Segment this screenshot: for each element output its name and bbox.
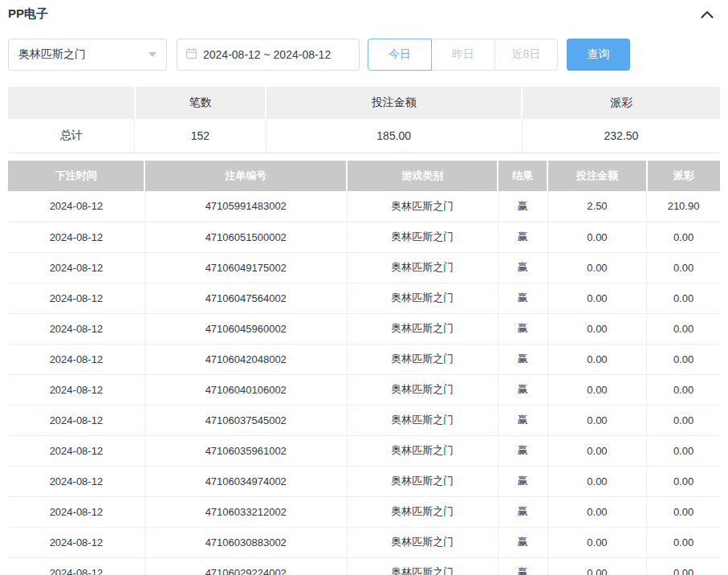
- cell-payout: 0.00: [647, 527, 720, 557]
- cell-bet-id: 47106030883002: [144, 527, 347, 557]
- game-select-value: 奥林匹斯之门: [18, 47, 148, 62]
- cell-payout: 0.00: [647, 283, 720, 313]
- cell-bet-time: 2024-08-12: [8, 191, 144, 222]
- cell-game-type: 奥林匹斯之门: [347, 313, 498, 344]
- date-range-picker[interactable]: 2024-08-12 ~ 2024-08-12: [177, 39, 360, 71]
- today-button[interactable]: 今日: [368, 39, 432, 71]
- table-row: 2024-08-12 47106035961002 奥林匹斯之门 赢 0.00 …: [8, 435, 720, 466]
- cell-bet-id: 47106045960002: [144, 313, 347, 344]
- cell-bet-amount: 0.00: [547, 557, 646, 575]
- table-row: 2024-08-12 47105991483002 奥林匹斯之门 赢 2.50 …: [8, 191, 720, 222]
- cell-bet-id: 47106029224002: [144, 557, 347, 575]
- chevron-down-icon: [148, 52, 157, 57]
- header-bet-amount: 投注金额: [547, 161, 646, 191]
- cell-payout: 0.00: [647, 466, 720, 496]
- cell-bet-id: 47106047564002: [144, 283, 347, 313]
- cell-bet-time: 2024-08-12: [8, 435, 144, 466]
- date-range-value: 2024-08-12 ~ 2024-08-12: [203, 48, 331, 61]
- table-row: 2024-08-12 47106029224002 奥林匹斯之门 赢 0.00 …: [8, 557, 720, 575]
- cell-bet-time: 2024-08-12: [8, 222, 144, 252]
- summary-table: 笔数 投注金额 派彩 总计 152 185.00 232.50: [8, 87, 720, 153]
- summary-header-row: 笔数 投注金额 派彩: [8, 87, 720, 119]
- cell-bet-time: 2024-08-12: [8, 405, 144, 435]
- summary-header-count: 笔数: [135, 87, 266, 119]
- cell-game-type: 奥林匹斯之门: [347, 435, 498, 466]
- cell-bet-id: 47105991483002: [144, 191, 347, 222]
- cell-bet-amount: 0.00: [547, 496, 646, 527]
- table-row: 2024-08-12 47106051500002 奥林匹斯之门 赢 0.00 …: [8, 222, 720, 252]
- collapse-panel-button[interactable]: [697, 5, 717, 24]
- cell-bet-id: 47106034974002: [144, 466, 347, 496]
- cell-payout: 0.00: [647, 222, 720, 252]
- cell-bet-time: 2024-08-12: [8, 344, 144, 374]
- filter-bar: 奥林匹斯之门 2024-08-12 ~ 2024-08-12 今日 昨日 近8日…: [8, 39, 630, 71]
- summary-total-payout: 232.50: [522, 119, 720, 153]
- bet-records-table: 下注时间 注单编号 游戏类别 结果 投注金额 派彩 2024-08-12 471…: [8, 161, 720, 575]
- summary-header-payout: 派彩: [522, 87, 720, 119]
- cell-result: 赢: [498, 496, 547, 527]
- cell-bet-amount: 0.00: [547, 435, 646, 466]
- pp-electronic-panel: PP电子 奥林匹斯之门 2024-08-12 ~ 2024-08-12: [0, 0, 728, 575]
- cell-game-type: 奥林匹斯之门: [347, 405, 498, 435]
- quick-date-button-group: 今日 昨日 近8日: [368, 39, 558, 71]
- chevron-up-icon: [701, 9, 714, 21]
- cell-payout: 0.00: [647, 557, 720, 575]
- cell-bet-time: 2024-08-12: [8, 283, 144, 313]
- cell-payout: 0.00: [647, 374, 720, 405]
- cell-bet-id: 47106033212002: [144, 496, 347, 527]
- cell-result: 赢: [498, 374, 547, 405]
- search-button[interactable]: 查询: [567, 39, 630, 71]
- cell-game-type: 奥林匹斯之门: [347, 191, 498, 222]
- cell-bet-amount: 0.00: [547, 527, 646, 557]
- cell-game-type: 奥林匹斯之门: [347, 252, 498, 283]
- cell-result: 赢: [498, 283, 547, 313]
- cell-bet-time: 2024-08-12: [8, 374, 144, 405]
- summary-header-bet-amount: 投注金额: [266, 87, 522, 119]
- summary-total-row: 总计 152 185.00 232.50: [8, 119, 720, 153]
- cell-payout: 0.00: [647, 313, 720, 344]
- cell-bet-time: 2024-08-12: [8, 252, 144, 283]
- cell-payout: 0.00: [647, 435, 720, 466]
- cell-result: 赢: [498, 557, 547, 575]
- cell-game-type: 奥林匹斯之门: [347, 374, 498, 405]
- cell-game-type: 奥林匹斯之门: [347, 496, 498, 527]
- cell-bet-id: 47106037545002: [144, 405, 347, 435]
- cell-bet-id: 47106051500002: [144, 222, 347, 252]
- cell-bet-amount: 0.00: [547, 374, 646, 405]
- header-bet-time: 下注时间: [8, 161, 144, 191]
- cell-bet-time: 2024-08-12: [8, 313, 144, 344]
- table-row: 2024-08-12 47106045960002 奥林匹斯之门 赢 0.00 …: [8, 313, 720, 344]
- header-payout: 派彩: [647, 161, 720, 191]
- cell-game-type: 奥林匹斯之门: [347, 527, 498, 557]
- cell-bet-time: 2024-08-12: [8, 496, 144, 527]
- table-row: 2024-08-12 47106040106002 奥林匹斯之门 赢 0.00 …: [8, 374, 720, 405]
- cell-game-type: 奥林匹斯之门: [347, 557, 498, 575]
- cell-bet-id: 47106040106002: [144, 374, 347, 405]
- cell-payout: 0.00: [647, 252, 720, 283]
- cell-payout: 0.00: [647, 405, 720, 435]
- cell-result: 赢: [498, 252, 547, 283]
- table-row: 2024-08-12 47106033212002 奥林匹斯之门 赢 0.00 …: [8, 496, 720, 527]
- cell-payout: 210.90: [647, 191, 720, 222]
- cell-bet-amount: 0.00: [547, 252, 646, 283]
- cell-bet-id: 47106035961002: [144, 435, 347, 466]
- header-game-type: 游戏类别: [347, 161, 498, 191]
- game-select[interactable]: 奥林匹斯之门: [8, 39, 167, 71]
- summary-header-empty: [8, 87, 135, 119]
- table-row: 2024-08-12 47106047564002 奥林匹斯之门 赢 0.00 …: [8, 283, 720, 313]
- table-row: 2024-08-12 47106034974002 奥林匹斯之门 赢 0.00 …: [8, 466, 720, 496]
- table-row: 2024-08-12 47106037545002 奥林匹斯之门 赢 0.00 …: [8, 405, 720, 435]
- cell-bet-amount: 0.00: [547, 405, 646, 435]
- main-table-body: 2024-08-12 47105991483002 奥林匹斯之门 赢 2.50 …: [8, 191, 720, 575]
- table-row: 2024-08-12 47106049175002 奥林匹斯之门 赢 0.00 …: [8, 252, 720, 283]
- cell-result: 赢: [498, 435, 547, 466]
- cell-bet-amount: 0.00: [547, 283, 646, 313]
- cell-payout: 0.00: [647, 496, 720, 527]
- cell-bet-amount: 0.00: [547, 466, 646, 496]
- summary-total-count: 152: [135, 119, 266, 153]
- cell-bet-amount: 2.50: [547, 191, 646, 222]
- yesterday-button[interactable]: 昨日: [432, 39, 495, 71]
- cell-bet-id: 47106049175002: [144, 252, 347, 283]
- cell-result: 赢: [498, 191, 547, 222]
- last-8-days-button[interactable]: 近8日: [495, 39, 558, 71]
